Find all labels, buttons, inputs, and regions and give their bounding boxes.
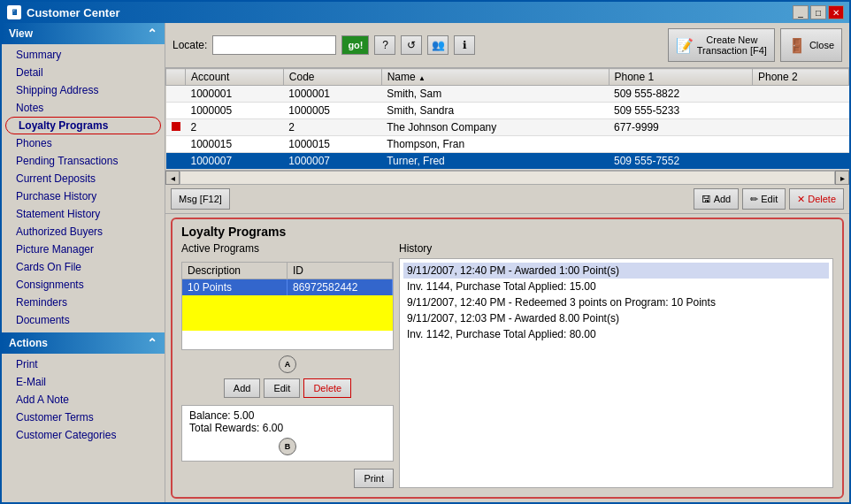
close-icon: 🚪 xyxy=(788,37,806,54)
sidebar-item-pending[interactable]: Pending Transactions xyxy=(2,152,165,170)
add-button[interactable]: 🖫 Add xyxy=(694,188,740,210)
sidebar-item-consignments[interactable]: Consignments xyxy=(2,276,165,294)
total-rewards-label: Total Rewards: xyxy=(189,422,259,434)
programs-grid-row[interactable]: 10 Points 86972582442 xyxy=(182,279,393,295)
view-section-label: View xyxy=(9,27,33,40)
edit-button[interactable]: ✏ Edit xyxy=(742,188,786,210)
sidebar-item-shipping[interactable]: Shipping Address xyxy=(2,81,165,99)
sidebar-item-terms[interactable]: Customer Terms xyxy=(2,409,165,426)
sidebar-item-buyers[interactable]: Authorized Buyers xyxy=(2,223,165,241)
msg-button[interactable]: Msg [F12] xyxy=(171,188,230,210)
view-section-header[interactable]: View ⌃ xyxy=(2,23,165,44)
circle-a-container: A xyxy=(181,355,394,373)
actions-section: Actions ⌃ Print E-Mail Add A Note Custom… xyxy=(2,332,165,446)
col-phone2[interactable]: Phone 2 xyxy=(753,69,849,86)
sidebar-item-print[interactable]: Print xyxy=(2,355,165,373)
grid-horizontal-scrollbar[interactable]: ◂ ▸ xyxy=(165,170,849,185)
history-item-1: Inv. 1144, Purchase Total Applied: 15.00 xyxy=(403,279,829,294)
delete-button[interactable]: ✕ Delete xyxy=(789,188,844,210)
table-row[interactable]: 1000005 1000005 Smith, Sandra 509 555-52… xyxy=(166,103,849,119)
balance-label: Balance: xyxy=(189,409,231,422)
col-code[interactable]: Code xyxy=(283,69,381,86)
create-transaction-label: Create New Transaction [F4] xyxy=(697,34,767,56)
go-button[interactable]: go! xyxy=(341,35,369,55)
circle-a-label: A xyxy=(279,355,296,373)
balance-value: 5.00 xyxy=(234,409,254,422)
view-items: Summary Detail Shipping Address Notes Lo… xyxy=(2,44,165,331)
scroll-track[interactable] xyxy=(180,171,835,185)
history-item-2: 9/11/2007, 12:40 PM - Redeemed 3 points … xyxy=(403,294,829,310)
history-item-4: Inv. 1142, Purchase Total Applied: 80.00 xyxy=(403,326,829,342)
right-panel: Locate: go! ? ↺ 👥 ℹ 📝 Create New Transac… xyxy=(165,23,849,502)
customer-table: Account Code Name ▲ Phone 1 Phone 2 1000… xyxy=(165,68,849,170)
table-row[interactable]: 1000015 1000015 Thompson, Fran xyxy=(166,136,849,153)
sidebar-item-email[interactable]: E-Mail xyxy=(2,373,165,391)
col-account[interactable]: Account xyxy=(186,69,284,86)
history-box[interactable]: 9/11/2007, 12:40 PM - Awarded 1:00 Point… xyxy=(399,258,833,488)
loyalty-content: Active Programs Description ID 10 Points… xyxy=(172,242,842,497)
sidebar-item-cards[interactable]: Cards On File xyxy=(2,258,165,276)
close-button[interactable]: 🚪 Close xyxy=(780,28,842,62)
history-item-0: 9/11/2007, 12:40 PM - Awarded 1:00 Point… xyxy=(403,263,829,279)
maximize-button[interactable]: □ xyxy=(810,5,826,19)
total-rewards-value: 6.00 xyxy=(263,422,283,434)
sidebar-item-loyalty[interactable]: Loyalty Programs xyxy=(5,117,161,134)
programs-col-desc: Description xyxy=(182,263,288,279)
minimize-button[interactable]: _ xyxy=(793,5,809,19)
sidebar-item-summary[interactable]: Summary xyxy=(2,46,165,64)
sidebar-item-reminders[interactable]: Reminders xyxy=(2,294,165,311)
locate-input[interactable] xyxy=(212,35,336,55)
view-chevron-icon: ⌃ xyxy=(147,27,157,41)
sidebar-item-categories[interactable]: Customer Categories xyxy=(2,426,165,444)
sidebar-item-detail[interactable]: Detail xyxy=(2,64,165,81)
main-window: 🖥 Customer Center _ □ ✕ View ⌃ Summary D… xyxy=(0,0,851,504)
total-rewards-line: Total Rewards: 6.00 xyxy=(189,422,386,434)
scroll-right-button[interactable]: ▸ xyxy=(835,171,849,185)
sidebar-item-statement[interactable]: Statement History xyxy=(2,205,165,223)
actions-section-header[interactable]: Actions ⌃ xyxy=(2,332,165,354)
col-name[interactable]: Name ▲ xyxy=(381,69,609,86)
program-id: 86972582442 xyxy=(288,279,393,295)
locate-label: Locate: xyxy=(172,39,207,51)
table-row[interactable]: 1000007 1000007 Turner, Fred 509 555-755… xyxy=(166,153,849,170)
title-controls: _ □ ✕ xyxy=(793,5,844,19)
balance-line: Balance: 5.00 xyxy=(189,409,386,422)
col-phone1[interactable]: Phone 1 xyxy=(609,69,752,86)
sidebar-item-add-note[interactable]: Add A Note xyxy=(2,391,165,409)
create-transaction-button[interactable]: 📝 Create New Transaction [F4] xyxy=(668,28,775,62)
programs-actions: Add Edit Delete xyxy=(181,378,394,398)
programs-edit-button[interactable]: Edit xyxy=(264,378,300,398)
grid-scroll[interactable]: Account Code Name ▲ Phone 1 Phone 2 1000… xyxy=(165,68,849,170)
table-row[interactable]: 1000001 1000001 Smith, Sam 509 555-8822 xyxy=(166,86,849,103)
add-icon: 🖫 xyxy=(702,194,711,204)
info-button[interactable]: ℹ xyxy=(454,35,475,55)
actions-section-label: Actions xyxy=(9,337,48,349)
close-label: Close xyxy=(809,40,834,50)
title-bar: 🖥 Customer Center _ □ ✕ xyxy=(2,2,849,23)
programs-print-button[interactable]: Print xyxy=(354,469,394,488)
sidebar-item-picture[interactable]: Picture Manager xyxy=(2,241,165,258)
active-programs-section: Active Programs Description ID 10 Points… xyxy=(181,242,394,488)
delete-icon: ✕ xyxy=(797,194,805,205)
actions-chevron-icon: ⌃ xyxy=(147,336,157,350)
programs-delete-button[interactable]: Delete xyxy=(303,378,351,398)
sidebar-item-documents[interactable]: Documents xyxy=(2,311,165,329)
help-button[interactable]: ? xyxy=(374,35,395,55)
window-title: Customer Center xyxy=(27,6,119,19)
search-people-button[interactable]: 👥 xyxy=(427,35,448,55)
col-marker[interactable] xyxy=(166,69,186,86)
program-description: 10 Points xyxy=(182,279,288,295)
grid-toolbar: Msg [F12] 🖫 Add ✏ Edit ✕ Delete xyxy=(165,185,849,214)
refresh-button[interactable]: ↺ xyxy=(401,35,422,55)
programs-grid: Description ID 10 Points 86972582442 xyxy=(181,262,394,350)
sidebar-item-phones[interactable]: Phones xyxy=(2,134,165,152)
sidebar-item-deposits[interactable]: Current Deposits xyxy=(2,170,165,187)
print-btn-container: Print xyxy=(181,469,394,488)
scroll-left-button[interactable]: ◂ xyxy=(165,171,180,185)
edit-icon: ✏ xyxy=(750,194,758,205)
close-window-button[interactable]: ✕ xyxy=(828,5,844,19)
programs-add-button[interactable]: Add xyxy=(224,378,261,398)
table-row[interactable]: 2 2 The Johnson Company 677-9999 xyxy=(166,119,849,136)
sidebar-item-purchase[interactable]: Purchase History xyxy=(2,187,165,205)
sidebar-item-notes[interactable]: Notes xyxy=(2,99,165,117)
